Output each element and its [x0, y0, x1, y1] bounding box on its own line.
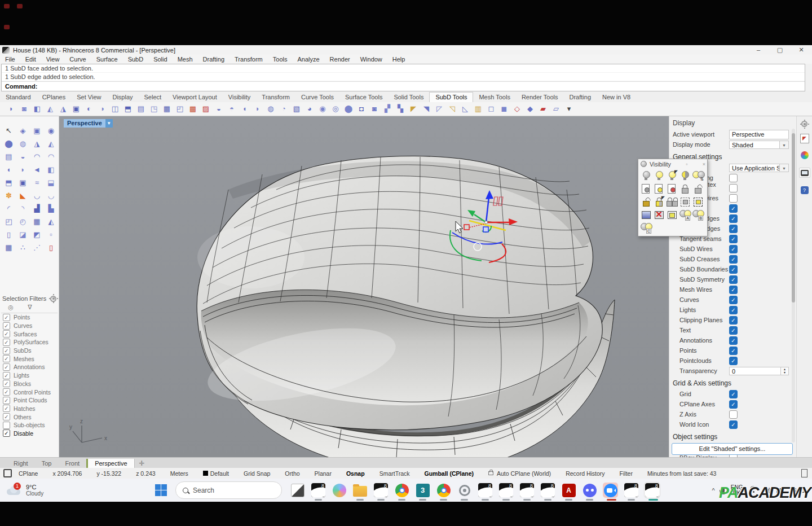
chrome-2[interactable] — [436, 483, 451, 498]
toolbar-tool-icon[interactable]: ◸ — [434, 103, 445, 115]
tray-chevron-icon[interactable]: ^ — [712, 487, 715, 494]
palette-tool-icon[interactable]: ◣ — [16, 189, 30, 202]
display-setting-checkbox[interactable] — [729, 174, 738, 182]
active-viewport-value[interactable]: Perspective — [729, 130, 789, 139]
file-explorer[interactable] — [352, 483, 368, 498]
menu-item[interactable]: File — [0, 56, 20, 63]
toolbar-tab[interactable]: SubD Tools — [429, 92, 473, 102]
filter-checkbox[interactable] — [3, 413, 10, 420]
toolbar-tool-icon[interactable]: ◳ — [148, 103, 160, 115]
toolbar-tool-icon[interactable]: ▤ — [135, 103, 147, 115]
isolate-icon[interactable] — [665, 182, 678, 195]
status-bar-item[interactable]: Osnap — [346, 470, 365, 477]
selection-filter-row[interactable]: Surfaces — [0, 330, 59, 338]
toolbar-tab[interactable]: Visibility — [223, 93, 257, 102]
filter-checkbox[interactable] — [3, 429, 10, 437]
menu-item[interactable]: Window — [355, 56, 387, 63]
toolbar-tool-icon[interactable]: ◹ — [447, 103, 458, 115]
task-view[interactable] — [290, 483, 305, 498]
grid-setting-checkbox[interactable] — [729, 390, 738, 398]
toolbar-tool-icon[interactable]: ◙ — [369, 103, 380, 115]
menu-item[interactable]: Analyze — [292, 56, 324, 63]
display-setting-checkbox[interactable] — [729, 255, 738, 264]
toolbar-tool-icon[interactable]: ▣ — [70, 103, 82, 115]
display-setting-checkbox[interactable] — [729, 357, 738, 365]
palette-tool-icon[interactable]: ◒ — [16, 150, 30, 163]
toolbar-tool-icon[interactable]: ◗ — [6, 103, 17, 115]
panel-options-gear-icon[interactable] — [801, 121, 807, 127]
display-setting-checkbox[interactable] — [729, 347, 738, 355]
menu-item[interactable]: Solid — [148, 56, 172, 63]
palette-tool-icon[interactable]: ▯ — [2, 228, 16, 241]
show-selected-bulb-icon[interactable]: ◤ — [665, 169, 678, 182]
show-bulb-icon[interactable] — [652, 169, 665, 182]
status-bar-item[interactable]: Planar — [315, 470, 332, 477]
close-button[interactable]: ✕ — [791, 46, 812, 55]
toolbar-tool-icon[interactable]: ▦ — [161, 103, 173, 115]
menu-item[interactable]: Tools — [268, 56, 293, 63]
filter-checkbox[interactable] — [3, 322, 10, 330]
palette-tool-icon[interactable]: ◖ — [2, 163, 16, 176]
selection-filter-row[interactable]: Control Points — [0, 388, 59, 396]
toolbar-tool-icon[interactable]: ◓ — [226, 103, 237, 115]
toolbar-tool-icon[interactable]: ◮ — [58, 103, 69, 115]
toolbar-tool-icon[interactable]: ◐ — [83, 103, 95, 115]
properties-tab[interactable]: ◤ — [800, 134, 810, 143]
palette-tool-icon[interactable]: ◩ — [30, 228, 44, 241]
minimize-button[interactable]: – — [748, 46, 769, 55]
show-in-layout-c-icon[interactable]: C — [639, 221, 652, 234]
status-bar-item[interactable]: Default — [203, 470, 229, 477]
background-dropdown[interactable]: Use Application S...▼ — [729, 164, 789, 172]
palette-tool-icon[interactable]: ◄ — [30, 163, 44, 176]
toolbar-tool-icon[interactable]: ▩ — [187, 103, 198, 115]
toolbar-tool-icon[interactable]: ▾ — [563, 103, 575, 115]
status-bar-item[interactable]: Minutes from last save: 43 — [647, 470, 717, 477]
toolbar-tool-icon[interactable]: ▰ — [537, 103, 549, 115]
toolbar-tool-icon[interactable]: ◭ — [45, 103, 56, 115]
visibility-popup[interactable]: Visibility ▫ × ◤⇅◤✕ABC — [638, 159, 708, 236]
palette-tool-icon[interactable]: ◰ — [2, 215, 16, 228]
toolbar-tab[interactable]: Curve Tools — [295, 93, 339, 102]
palette-tool-icon[interactable]: ⬓ — [44, 176, 58, 189]
status-bar-item[interactable]: Gumball (CPlane) — [425, 470, 474, 477]
menu-item[interactable]: Transform — [230, 56, 268, 63]
lock-selected-icon[interactable] — [678, 195, 691, 208]
selection-filter-row[interactable]: Curves — [0, 322, 59, 330]
3ds-max[interactable]: 3 — [415, 483, 430, 498]
palette-tool-icon[interactable]: ◍ — [16, 137, 30, 150]
display-setting-checkbox[interactable] — [729, 245, 738, 253]
toolbar-tab[interactable]: Surface Tools — [339, 93, 388, 102]
selection-filter-row[interactable]: Others — [0, 413, 59, 421]
display-setting-checkbox[interactable] — [729, 235, 738, 243]
toolbar-tool-icon[interactable]: ◒ — [213, 103, 224, 115]
hide-objects-icon[interactable]: ✕ — [652, 208, 665, 221]
status-bar-item[interactable]: SmartTrack — [379, 470, 410, 477]
toolbar-tab[interactable]: Solid Tools — [388, 93, 429, 102]
palette-tool-icon[interactable]: ◧ — [44, 163, 58, 176]
toolbar-tool-icon[interactable]: ◧ — [32, 103, 43, 115]
toolbar-tool-icon[interactable]: ◙ — [19, 103, 30, 115]
palette-tool-icon[interactable]: ◗ — [16, 163, 30, 176]
toolbar-tab[interactable]: Transform — [256, 93, 295, 102]
perspective-viewport[interactable]: Perspective ▼ — [59, 116, 669, 457]
weather-widget[interactable]: 1 9°C Cloudy — [6, 484, 90, 497]
display-setting-checkbox[interactable] — [729, 184, 738, 192]
close-icon[interactable]: × — [703, 161, 705, 167]
isolate-objects-icon[interactable] — [665, 208, 678, 221]
rhino-4[interactable]: 8 — [498, 483, 514, 498]
help-tab[interactable]: ? — [800, 186, 810, 195]
rhino-2[interactable]: 8 — [373, 483, 389, 498]
start-button[interactable] — [155, 484, 167, 497]
toolbar-tab[interactable]: CPlanes — [37, 93, 72, 102]
invert-lock-icon[interactable] — [665, 195, 678, 208]
filter-checkbox[interactable] — [3, 355, 10, 362]
add-viewport-icon[interactable]: ✛ — [135, 459, 149, 467]
display-setting-checkbox[interactable] — [729, 326, 738, 335]
display-setting-checkbox[interactable] — [729, 194, 738, 203]
toolbar-tool-icon[interactable]: ◫ — [109, 103, 121, 115]
palette-tool-icon[interactable]: ∴ — [16, 241, 30, 254]
toolbar-tool-icon[interactable]: ▥ — [473, 103, 484, 115]
unlock-selected-icon[interactable] — [639, 195, 652, 208]
menu-item[interactable]: Drafting — [198, 56, 230, 63]
command-prompt[interactable]: Command: — [2, 81, 805, 91]
